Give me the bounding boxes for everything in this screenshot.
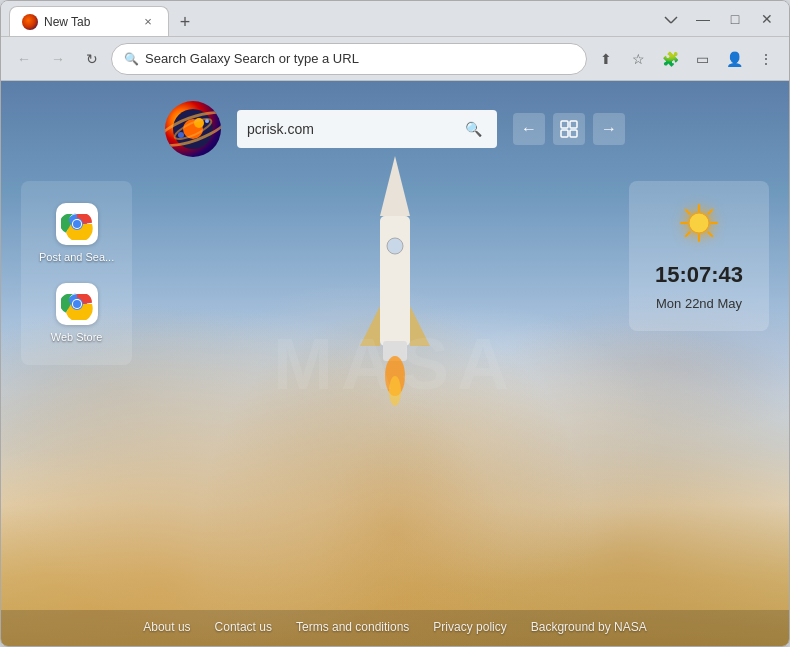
page-nav-arrows: ← → [513, 113, 625, 145]
svg-line-35 [708, 210, 712, 214]
rocket-illustration [345, 136, 445, 466]
svg-point-10 [173, 109, 213, 149]
page-logo [165, 101, 221, 157]
extensions-button[interactable]: 🧩 [655, 44, 685, 74]
browser-tab[interactable]: New Tab × [9, 6, 169, 36]
footer-link-privacy[interactable]: Privacy policy [433, 620, 506, 634]
svg-marker-3 [380, 156, 410, 216]
svg-rect-17 [570, 121, 577, 128]
svg-rect-16 [561, 121, 568, 128]
footer-link-background[interactable]: Background by NASA [531, 620, 647, 634]
svg-line-36 [686, 232, 690, 236]
search-icon: 🔍 [124, 52, 139, 66]
shortcut-icon-0 [56, 203, 98, 245]
svg-point-15 [205, 119, 209, 123]
svg-point-14 [178, 132, 184, 138]
cast-button[interactable]: ▭ [687, 44, 717, 74]
tab-label: New Tab [44, 15, 134, 29]
window-controls: — □ ✕ [657, 5, 781, 33]
clock-date: Mon 22nd May [656, 296, 742, 311]
browser-window: New Tab × + — □ ✕ ← → ↻ 🔍 Search Galaxy [0, 0, 790, 647]
tab-close-button[interactable]: × [140, 14, 156, 30]
shortcut-item-1[interactable]: Web Store [33, 277, 120, 349]
svg-rect-2 [380, 216, 410, 346]
page-gallery-button[interactable] [553, 113, 585, 145]
page-search-bar[interactable]: 🔍 [237, 110, 497, 148]
minimize-button[interactable]: — [689, 5, 717, 33]
svg-marker-5 [360, 306, 380, 346]
shortcut-item-0[interactable]: Post and Sea... [33, 197, 120, 269]
svg-line-33 [686, 210, 690, 214]
close-button[interactable]: ✕ [753, 5, 781, 33]
nav-bar: ← → ↻ 🔍 Search Galaxy Search or type a U… [1, 37, 789, 81]
maximize-button[interactable]: □ [721, 5, 749, 33]
page-content: MASA 🔍 ← [1, 81, 789, 646]
forward-button[interactable]: → [43, 44, 73, 74]
menu-button[interactable]: ⋮ [751, 44, 781, 74]
svg-point-4 [387, 238, 403, 254]
tab-strip: New Tab × + [9, 1, 653, 36]
clock-time: 15:07:43 [655, 262, 743, 288]
page-forward-button[interactable]: → [593, 113, 625, 145]
svg-point-11 [183, 119, 203, 139]
footer-link-contact[interactable]: Contact us [215, 620, 272, 634]
nav-actions: ⬆ ☆ 🧩 ▭ 👤 ⋮ [591, 44, 781, 74]
page-search-button[interactable]: 🔍 [459, 115, 487, 143]
title-bar: New Tab × + — □ ✕ [1, 1, 789, 37]
clock-widget: 15:07:43 Mon 22nd May [629, 181, 769, 331]
svg-rect-18 [561, 130, 568, 137]
bookmark-button[interactable]: ☆ [623, 44, 653, 74]
page-back-button[interactable]: ← [513, 113, 545, 145]
page-search-area: 🔍 ← → [165, 101, 625, 157]
new-tab-button[interactable]: + [171, 8, 199, 36]
share-button[interactable]: ⬆ [591, 44, 621, 74]
address-bar[interactable]: 🔍 Search Galaxy Search or type a URL [111, 43, 587, 75]
svg-point-12 [194, 118, 204, 128]
svg-marker-6 [410, 306, 430, 346]
svg-point-28 [689, 213, 709, 233]
svg-line-1 [671, 17, 677, 23]
svg-line-34 [708, 232, 712, 236]
sun-icon [677, 201, 721, 254]
footer-link-about[interactable]: About us [143, 620, 190, 634]
address-text: Search Galaxy Search or type a URL [145, 51, 574, 66]
svg-line-0 [665, 17, 671, 23]
svg-rect-19 [570, 130, 577, 137]
svg-point-23 [73, 220, 81, 228]
svg-point-9 [389, 376, 401, 406]
shortcut-icon-1 [56, 283, 98, 325]
page-search-input[interactable] [247, 121, 451, 137]
shortcut-label-0: Post and Sea... [39, 251, 114, 263]
page-footer: About us Contact us Terms and conditions… [1, 610, 789, 646]
profile-button[interactable]: 👤 [719, 44, 749, 74]
svg-point-27 [73, 300, 81, 308]
tab-favicon [22, 14, 38, 30]
back-button[interactable]: ← [9, 44, 39, 74]
window-collapse-icon [657, 5, 685, 33]
footer-link-terms[interactable]: Terms and conditions [296, 620, 409, 634]
shortcut-label-1: Web Store [51, 331, 103, 343]
shortcuts-panel: Post and Sea... Web Store [21, 181, 132, 365]
reload-button[interactable]: ↻ [77, 44, 107, 74]
